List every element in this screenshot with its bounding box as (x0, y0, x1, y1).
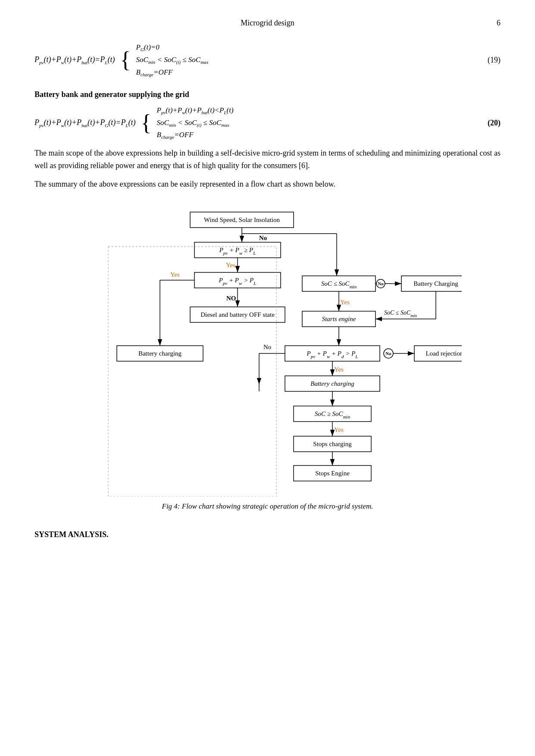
eq19-rhs-3: Bcharge=OFF (136, 67, 208, 78)
eq20-rhs-2: SoCmin < SoC(t) ≤ SoCmax (156, 117, 233, 129)
page-number: 6 (497, 17, 501, 29)
no-label-4: No (263, 344, 271, 350)
document-title: Microgrid design (241, 19, 294, 27)
eq20-rhs-1: Ppv(t)+Pw(t)+Pbat(t)<PL(t) (156, 105, 233, 116)
battery-charging-right-label: Battery Charging (413, 280, 458, 287)
equation-20-lhs: Ppv(t)+Pw(t)+Pbat(t)+PG(t)=PL(t) (34, 117, 136, 129)
eq20-rhs-3: Bcharge=OFF (156, 129, 233, 141)
equation-19-block: Ppv(t)+Pw(t)+Pbat(t)=PL(t) { PG(t)=0 SoC… (34, 42, 501, 78)
no-circle-label-1: No (378, 281, 384, 286)
diesel-off-label: Diesel and battery OFF state (200, 311, 275, 318)
equation-20-block: Ppv(t)+Pw(t)+Pbat(t)+PG(t)=PL(t) { Ppv(t… (34, 105, 501, 141)
equation-19-number: (19) (488, 54, 501, 66)
equation-19-rhs: PG(t)=0 SoCmin < SoC(t) ≤ SoCmax Bcharge… (136, 42, 208, 78)
load-rejection-label: Load rejection (425, 350, 462, 357)
yes-label-2: Yes (340, 299, 350, 306)
equation-19-lhs: Ppv(t)+Pw(t)+Pbat(t)=PL(t) (34, 54, 115, 66)
system-analysis-heading: SYSTEM ANALYSIS. (34, 529, 501, 540)
eq19-rhs-1: PG(t)=0 (136, 42, 208, 53)
no-label-inner: NO (226, 295, 236, 302)
eq19-lhs-text: Ppv(t)+Pw(t)+Pbat(t)=PL(t) (34, 54, 115, 66)
eq20-brace: { (141, 112, 152, 134)
paragraph-1: The main scope of the above expressions … (34, 147, 501, 172)
yes-label-1: Yes (226, 262, 235, 269)
yes-label-left: Yes (170, 271, 180, 278)
section-heading-battery-generator: Battery bank and generator supplying the… (34, 89, 501, 100)
no-label-1: No (259, 234, 267, 241)
starts-engine-label: Starts engine (322, 316, 356, 322)
page-header: Microgrid design 6 (34, 17, 501, 29)
wind-solar-label: Wind Speed, Solar Insolation (203, 216, 280, 223)
stops-engine-label: Stops Engine (315, 470, 350, 477)
paragraph-2: The summary of the above expressions can… (34, 178, 501, 191)
battery-charging-left-label: Battery charging (138, 350, 181, 357)
equation-20-rhs: Ppv(t)+Pw(t)+Pbat(t)<PL(t) SoCmin < SoC(… (156, 105, 233, 141)
yes-label-4: Yes (334, 426, 344, 433)
flowchart-container: Wind Speed, Solar Insolation No Ppv + Pw… (34, 203, 501, 497)
flowchart-svg: Wind Speed, Solar Insolation No Ppv + Pw… (74, 203, 462, 497)
yes-label-3: Yes (334, 366, 344, 373)
no-circle-label-2: No (385, 351, 391, 356)
eq19-rhs-2: SoCmin < SoC(t) ≤ SoCmax (136, 54, 208, 66)
battery-charging-mid-label: Battery charging (310, 380, 354, 387)
flowchart-caption: Fig 4: Flow chart showing strategic oper… (34, 501, 501, 512)
soc-le-socmin-2-label: SoC ≤ SoCmin (384, 309, 417, 318)
stops-charging-label: Stops charging (313, 440, 352, 447)
eq19-brace: { (120, 49, 131, 71)
eq20-lhs-text: Ppv(t)+Pw(t)+Pbat(t)+PG(t)=PL(t) (34, 117, 136, 129)
equation-20-number: (20) (482, 117, 501, 129)
